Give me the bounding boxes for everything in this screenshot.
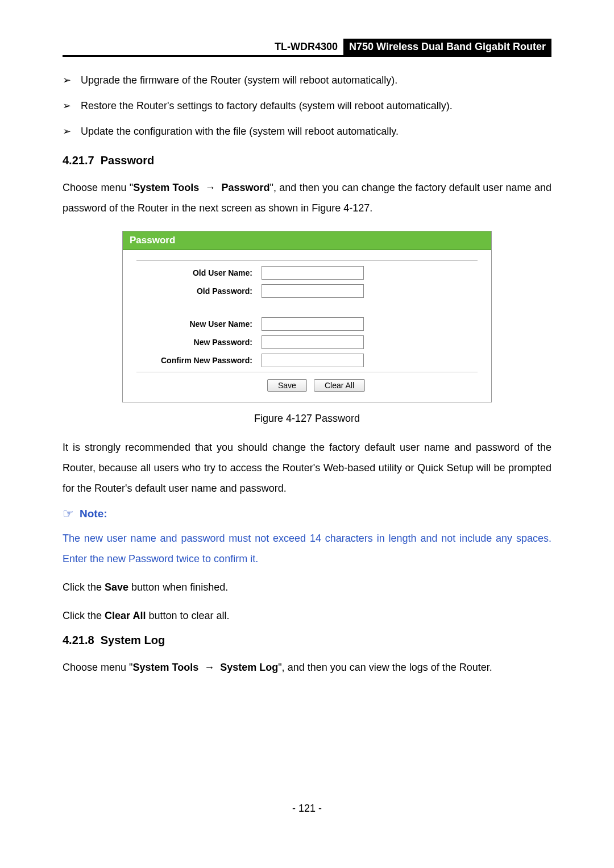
input-old-user[interactable] (262, 266, 364, 280)
row-new-password: New Password: (136, 335, 478, 349)
recommend-paragraph: It is strongly recommended that you shou… (63, 437, 551, 499)
row-new-user: New User Name: (136, 317, 478, 331)
header-spacer (63, 39, 269, 55)
menu-path-a: System Tools (133, 182, 199, 193)
bullet-text: Update the configuration with the file (… (81, 124, 399, 139)
section-intro: Choose menu "System Tools → Password", a… (63, 177, 551, 218)
bullet-text: Restore the Router's settings to factory… (81, 98, 453, 114)
text: Choose menu " (63, 662, 132, 673)
text: Choose menu " (63, 182, 133, 193)
section-title: Password (101, 154, 154, 167)
list-item: ➢ Restore the Router's settings to facto… (63, 98, 551, 114)
row-confirm-password: Confirm New Password: (136, 354, 478, 367)
label-new-user: New User Name: (136, 319, 262, 329)
panel-title: Password (123, 231, 491, 250)
panel-body: Old User Name: Old Password: New User Na… (123, 260, 491, 402)
input-confirm-password[interactable] (262, 354, 364, 367)
menu-path-b: Password (222, 182, 270, 193)
form-gap (136, 302, 478, 313)
label-old-password: Old Password: (136, 286, 262, 296)
section-number: 4.21.7 (63, 154, 94, 167)
section-number: 4.21.8 (63, 634, 94, 646)
bold-text: Clear All (105, 610, 146, 621)
click-clear-paragraph: Click the Clear All button to clear all. (63, 605, 551, 626)
list-item: ➢ Update the configuration with the file… (63, 124, 551, 139)
pointing-hand-icon: ☞ (63, 506, 74, 521)
bullet-icon: ➢ (63, 98, 81, 114)
input-old-password[interactable] (262, 284, 364, 298)
text: button to clear all. (146, 610, 229, 621)
figure-password-panel: Password Old User Name: Old Password: Ne… (122, 231, 492, 402)
menu-path-a: System Tools (132, 662, 198, 673)
menu-path-b: System Log (220, 662, 278, 673)
section-title: System Log (101, 634, 165, 646)
input-new-user[interactable] (262, 317, 364, 331)
clear-all-button[interactable]: Clear All (314, 379, 365, 392)
page-number: - 121 - (63, 803, 551, 815)
page-header: TL-WDR4300 N750 Wireless Dual Band Gigab… (63, 39, 551, 57)
text: Click the (63, 582, 105, 593)
header-title: N750 Wireless Dual Band Gigabit Router (343, 39, 551, 55)
panel-footer: Save Clear All (136, 372, 478, 392)
note-heading: ☞ Note: (63, 506, 551, 521)
row-old-password: Old Password: (136, 284, 478, 298)
bullet-icon: ➢ (63, 73, 81, 88)
text: Click the (63, 610, 105, 621)
header-model: TL-WDR4300 (269, 39, 343, 55)
label-new-password: New Password: (136, 338, 262, 347)
row-old-user: Old User Name: (136, 266, 478, 280)
section-heading-password: 4.21.7 Password (63, 154, 551, 167)
panel-separator (136, 260, 478, 261)
note-body: The new user name and password must not … (63, 528, 551, 569)
input-new-password[interactable] (262, 335, 364, 349)
bullet-list: ➢ Upgrade the firmware of the Router (sy… (63, 73, 551, 139)
label-confirm-password: Confirm New Password: (136, 356, 262, 365)
bullet-text: Upgrade the firmware of the Router (syst… (81, 73, 397, 88)
bullet-icon: ➢ (63, 124, 81, 139)
text: ", and then you can view the logs of the… (278, 662, 492, 673)
note-label: Note: (80, 508, 107, 520)
arrow-icon: → (204, 662, 214, 673)
save-button[interactable]: Save (267, 379, 307, 392)
click-save-paragraph: Click the Save button when finished. (63, 577, 551, 597)
password-panel: Password Old User Name: Old Password: Ne… (122, 231, 492, 402)
figure-caption: Figure 4-127 Password (63, 413, 551, 425)
list-item: ➢ Upgrade the firmware of the Router (sy… (63, 73, 551, 88)
arrow-icon: → (205, 182, 215, 193)
section-heading-systemlog: 4.21.8 System Log (63, 634, 551, 647)
label-old-user: Old User Name: (136, 268, 262, 277)
section2-intro: Choose menu "System Tools → System Log",… (63, 657, 551, 678)
bold-text: Save (105, 582, 128, 593)
text: button when finished. (128, 582, 228, 593)
